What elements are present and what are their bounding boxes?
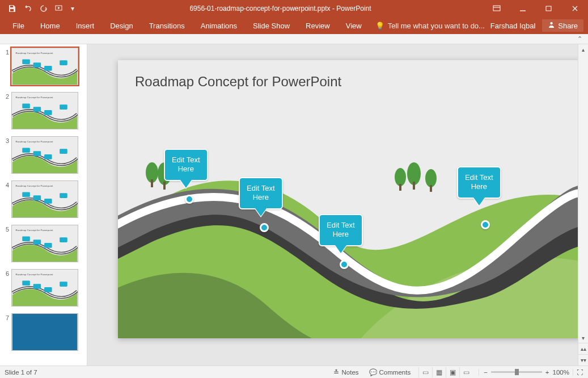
tab-label: View (346, 22, 362, 30)
tab-slideshow[interactable]: Slide Show (245, 17, 298, 34)
normal-view-icon[interactable]: ▭ (418, 367, 432, 377)
share-button[interactable]: Share (542, 19, 583, 32)
thumbnail-preview[interactable]: Roadmap Concept for Powerpoint (11, 48, 78, 85)
slide-thumbnails-panel[interactable]: 1Roadmap Concept for Powerpoint2Roadmap … (0, 44, 87, 366)
svg-rect-10 (44, 66, 52, 71)
callout-3[interactable]: Edit Text Here (319, 214, 363, 246)
scroll-up-icon[interactable]: ▴ (578, 44, 588, 54)
svg-rect-52 (430, 185, 432, 192)
svg-rect-42 (12, 314, 77, 350)
scroll-down-icon[interactable]: ▾ (578, 333, 588, 343)
file-tab-label: File (12, 22, 24, 30)
svg-rect-41 (60, 282, 67, 287)
notes-button[interactable]: ≛Notes (331, 368, 361, 376)
zoom-percent[interactable]: 100% (553, 369, 569, 376)
thumbnail-preview[interactable]: Roadmap Concept for Powerpoint (11, 92, 78, 129)
qat-customize-icon[interactable]: ▾ (68, 1, 77, 16)
save-icon[interactable] (5, 1, 19, 16)
undo-icon[interactable] (20, 1, 35, 16)
callout-4[interactable]: Edit Text Here (457, 166, 501, 199)
tab-animations[interactable]: Animations (193, 17, 245, 34)
callout-tail-icon (335, 245, 346, 253)
thumbnail-number: 7 (2, 313, 9, 351)
fit-to-window-icon[interactable]: ⛶ (573, 369, 583, 376)
thumbnail-number: 1 (2, 48, 9, 85)
next-slide-icon[interactable]: ▾▾ (578, 354, 588, 366)
thumbnail-preview[interactable]: Roadmap Concept for Powerpoint (11, 225, 78, 262)
signed-in-user[interactable]: Farshad Iqbal (490, 22, 536, 30)
tab-home[interactable]: Home (32, 17, 68, 34)
callout-1[interactable]: Edit Text Here (164, 149, 208, 181)
svg-rect-33 (33, 240, 41, 245)
ribbon-collapse-row: ⌃ (0, 34, 588, 44)
tab-insert[interactable]: Insert (68, 17, 103, 34)
maximize-button[interactable] (536, 0, 562, 17)
tab-label: Transitions (149, 22, 185, 30)
thumbnail-preview[interactable]: Roadmap Concept for Powerpoint (11, 180, 78, 218)
svg-rect-4 (546, 6, 551, 11)
notes-label: Notes (341, 369, 358, 376)
slide-counter[interactable]: Slide 1 of 7 (5, 369, 37, 376)
svg-rect-20 (22, 148, 30, 153)
svg-rect-29 (60, 193, 67, 198)
tab-label: Design (110, 22, 133, 30)
tab-view[interactable]: View (338, 17, 370, 34)
tell-me-search[interactable]: 💡 Tell me what you want to do... (375, 22, 485, 30)
svg-rect-0 (10, 6, 13, 7)
callout-text[interactable]: Edit Text Here (319, 214, 363, 246)
tab-design[interactable]: Design (102, 17, 141, 34)
window-title: 6956-01-roadmap-concept-for-powerpoint.p… (77, 5, 484, 12)
tab-label: Home (40, 22, 60, 30)
previous-slide-icon[interactable]: ▴▴ (578, 343, 588, 354)
svg-rect-27 (33, 195, 41, 200)
view-mode-buttons: ▭ ▦ ▣ ▭ (418, 367, 473, 377)
tab-transitions[interactable]: Transitions (141, 17, 193, 34)
ribbon-display-options-icon[interactable] (484, 0, 510, 17)
thumbnail-preview[interactable] (11, 313, 78, 351)
comments-label: Comments (379, 369, 411, 376)
thumbnail-slide-3[interactable]: 3Roadmap Concept for Powerpoint (0, 133, 87, 177)
file-tab[interactable]: File (5, 17, 32, 34)
svg-rect-39 (33, 284, 41, 289)
callout-text[interactable]: Edit Text Here (164, 149, 208, 181)
thumbnail-slide-1[interactable]: 1Roadmap Concept for Powerpoint (0, 44, 87, 89)
svg-rect-3 (493, 6, 500, 11)
zoom-out-button[interactable]: − (484, 369, 488, 376)
road-marker-4[interactable] (481, 220, 490, 229)
collapse-ribbon-icon[interactable]: ⌃ (577, 35, 582, 43)
reading-view-icon[interactable]: ▣ (446, 367, 459, 377)
minimize-button[interactable] (510, 0, 536, 17)
callout-text[interactable]: Edit Text Here (457, 166, 501, 199)
thumbnail-preview[interactable]: Roadmap Concept for Powerpoint (11, 136, 78, 174)
start-from-beginning-icon[interactable] (52, 1, 67, 16)
svg-rect-34 (44, 243, 52, 248)
thumbnail-preview[interactable]: Roadmap Concept for Powerpoint (11, 269, 78, 306)
app-name-suffix: - PowerPoint (331, 5, 371, 12)
redo-icon[interactable] (36, 1, 51, 16)
svg-rect-40 (44, 287, 52, 292)
svg-rect-35 (60, 237, 67, 242)
road-marker-3[interactable] (340, 260, 349, 269)
callout-2[interactable]: Edit Text Here (239, 177, 283, 209)
road-marker-2[interactable] (260, 223, 269, 232)
svg-text:Roadmap Concept for Powerpoint: Roadmap Concept for Powerpoint (16, 273, 53, 276)
thumbnail-slide-7[interactable]: 7 (0, 310, 87, 354)
thumbnail-slide-6[interactable]: 6Roadmap Concept for Powerpoint (0, 266, 87, 310)
thumbnail-slide-4[interactable]: 4Roadmap Concept for Powerpoint (0, 177, 87, 221)
slide-canvas[interactable]: Roadmap Concept for PowerPoint (118, 60, 581, 338)
road-marker-1[interactable] (185, 195, 194, 204)
callout-text[interactable]: Edit Text Here (239, 177, 283, 209)
svg-text:Roadmap Concept for Powerpoint: Roadmap Concept for Powerpoint (16, 52, 53, 54)
svg-rect-38 (22, 280, 30, 285)
close-button[interactable] (562, 0, 588, 17)
zoom-slider[interactable] (491, 371, 542, 373)
svg-rect-1 (10, 9, 14, 11)
zoom-in-button[interactable]: + (545, 369, 549, 376)
slideshow-view-icon[interactable]: ▭ (459, 367, 473, 377)
thumbnail-slide-2[interactable]: 2Roadmap Concept for Powerpoint (0, 89, 87, 133)
slide-sorter-icon[interactable]: ▦ (432, 367, 446, 377)
comments-button[interactable]: 💬Comments (367, 368, 413, 376)
vertical-scrollbar[interactable]: ▴ ▾ ▴▴ ▾▾ (578, 44, 588, 366)
thumbnail-slide-5[interactable]: 5Roadmap Concept for Powerpoint (0, 221, 87, 266)
tab-review[interactable]: Review (298, 17, 338, 34)
